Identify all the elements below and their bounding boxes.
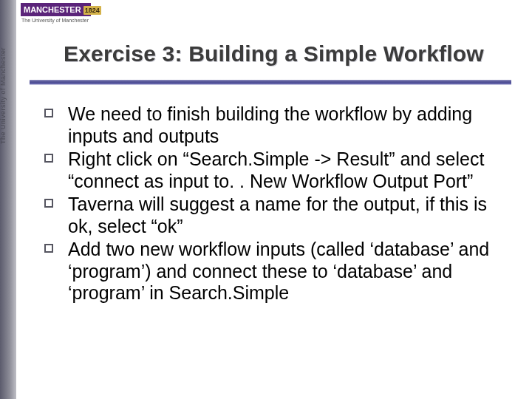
sidebar-text: The University of Manchester	[0, 47, 7, 144]
list-item: We need to finish building the workflow …	[41, 103, 507, 147]
slide: The University of Manchester MANCHESTER …	[0, 0, 532, 399]
square-bullet-icon	[44, 109, 53, 117]
list-item: Right click on “Search.Simple -> Result”…	[41, 149, 507, 192]
list-item: Taverna will suggest a name for the outp…	[41, 194, 507, 237]
title-underline	[30, 80, 511, 85]
list-item: Add two new workflow inputs (called ‘dat…	[41, 239, 507, 304]
square-bullet-icon	[44, 199, 53, 208]
bullet-text: Add two new workflow inputs (called ‘dat…	[68, 239, 489, 303]
bullet-list: We need to finish building the workflow …	[41, 103, 507, 304]
square-bullet-icon	[44, 244, 53, 253]
square-bullet-icon	[44, 154, 53, 163]
bullet-text: Taverna will suggest a name for the outp…	[68, 194, 487, 236]
bullet-text: Right click on “Search.Simple -> Result”…	[68, 149, 484, 191]
university-logo: MANCHESTER 1824 The University of Manche…	[21, 3, 91, 35]
logo-subtitle: The University of Manchester	[21, 16, 91, 23]
logo-year: 1824	[83, 6, 101, 15]
content-area: We need to finish building the workflow …	[41, 103, 507, 306]
slide-title: Exercise 3: Building a Simple Workflow	[64, 41, 507, 66]
sidebar-stripe: The University of Manchester	[0, 0, 16, 399]
logo-name: MANCHESTER	[24, 5, 81, 14]
bullet-text: We need to finish building the workflow …	[68, 103, 472, 146]
logo-banner: MANCHESTER 1824	[21, 3, 91, 16]
